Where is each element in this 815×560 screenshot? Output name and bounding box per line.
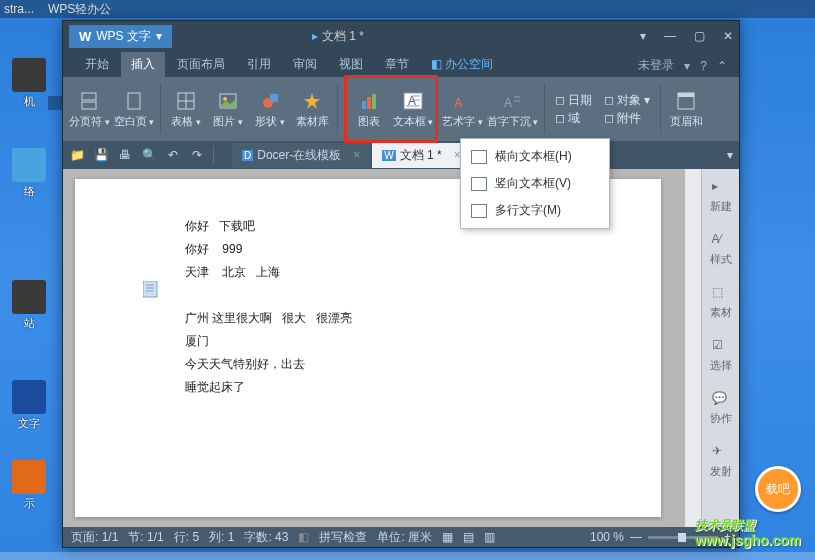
ribbon-tab[interactable]: 视图: [329, 52, 373, 77]
tab-list-icon[interactable]: ▾: [727, 148, 733, 162]
help-icon[interactable]: ?: [700, 59, 707, 73]
desktop-icon-label: 示: [10, 496, 48, 511]
status-line: 行: 5: [174, 529, 199, 546]
qat-redo[interactable]: ↷: [189, 147, 205, 163]
right-tool-new[interactable]: ▸新建: [702, 175, 739, 218]
ribbon-tab[interactable]: 审阅: [283, 52, 327, 77]
qat-save[interactable]: 💾: [93, 147, 109, 163]
ribbon-shape[interactable]: 形状: [251, 78, 289, 140]
right-tool-collab[interactable]: 💬协作: [702, 387, 739, 430]
dropdown-item[interactable]: 横向文本框(H): [461, 143, 609, 170]
text-line[interactable]: 天津 北京 上海: [185, 261, 551, 284]
ribbon-picture[interactable]: 图片: [209, 78, 247, 140]
zoom-value[interactable]: 100 %: [590, 530, 624, 544]
desktop-app-icon: [12, 148, 46, 182]
qat-folder[interactable]: 📁: [69, 147, 85, 163]
document-tab[interactable]: DDocer-在线模板×: [232, 143, 370, 168]
ribbon-tab[interactable]: 开始: [75, 52, 119, 77]
right-tool-launch[interactable]: ✈发射: [702, 440, 739, 483]
host-app-name: stra...: [4, 2, 34, 16]
right-tool-label: 选择: [710, 358, 732, 373]
cloud-icon: ◧: [431, 57, 445, 71]
ribbon-label: 分页符: [69, 114, 110, 129]
status-unit[interactable]: 单位: 厘米: [377, 529, 432, 546]
desktop-app-icon: [12, 460, 46, 494]
ribbon-wordart[interactable]: A艺术字: [442, 78, 483, 140]
date-icon: ◻: [555, 93, 565, 107]
desktop-icon[interactable]: 文字: [10, 380, 48, 431]
svg-rect-0: [82, 93, 96, 100]
login-dropdown-icon[interactable]: ▾: [684, 59, 690, 73]
ribbon-label: 空白页: [114, 114, 155, 129]
view-mode-icon[interactable]: ▥: [484, 530, 495, 544]
ribbon-page-break[interactable]: 分页符: [69, 78, 110, 140]
right-tool-material[interactable]: ⬚素材: [702, 281, 739, 324]
doc-type-icon: W: [382, 150, 395, 161]
ribbon-attach[interactable]: ◻附件: [604, 110, 650, 127]
view-mode-icon[interactable]: ▤: [463, 530, 474, 544]
textbox-icon: A: [402, 90, 424, 112]
ribbon-label: 首字下沉: [487, 114, 539, 129]
taskbar[interactable]: [0, 552, 815, 560]
ribbon-object[interactable]: ◻对象 ▾: [604, 92, 650, 109]
ribbon-date[interactable]: ◻日期: [555, 92, 592, 109]
desktop-icon[interactable]: 示: [10, 460, 48, 511]
ribbon-label: 图表: [358, 114, 380, 129]
document-page[interactable]: 你好 下载吧你好 999天津 北京 上海 广州 这里很大啊 很大 很漂亮厦门今天…: [75, 179, 661, 517]
app-chip-label: WPS 文字: [96, 28, 151, 45]
ribbon-field[interactable]: ◻域: [555, 110, 592, 127]
separator: [544, 84, 545, 134]
ribbon-tab[interactable]: 章节: [375, 52, 419, 77]
text-line[interactable]: 今天天气特别好，出去: [185, 353, 551, 376]
desktop-icon[interactable]: 机: [10, 58, 48, 109]
tab-workspace[interactable]: ◧ 办公空间: [421, 52, 503, 77]
close-button[interactable]: ✕: [723, 29, 733, 43]
text-line[interactable]: 厦门: [185, 330, 551, 353]
ribbon-textbox[interactable]: A文本框: [391, 78, 435, 140]
doc-type-icon: D: [242, 150, 253, 161]
work-area: 你好 下载吧你好 999天津 北京 上海 广州 这里很大啊 很大 很漂亮厦门今天…: [63, 169, 739, 527]
page-break-icon: [78, 90, 100, 112]
view-mode-icon[interactable]: ▦: [442, 530, 453, 544]
ribbon-blank-page[interactable]: 空白页: [114, 78, 155, 140]
ribbon-header-footer[interactable]: 页眉和: [667, 78, 705, 140]
text-line[interactable]: 睡觉起床了: [185, 376, 551, 399]
desktop-icon[interactable]: 站: [10, 280, 48, 331]
status-spell[interactable]: 拼写检查: [319, 529, 367, 546]
dropdown-item[interactable]: 竖向文本框(V): [461, 170, 609, 197]
ribbon-chart[interactable]: 图表: [347, 78, 391, 140]
document-tab[interactable]: W文档 1 *×: [372, 143, 470, 168]
login-status[interactable]: 未登录: [638, 57, 674, 74]
minimize-button[interactable]: —: [664, 29, 676, 43]
qat-print[interactable]: 🖶: [117, 147, 133, 163]
text-line[interactable]: 广州 这里很大啊 很大 很漂亮: [185, 307, 551, 330]
qat-undo[interactable]: ↶: [165, 147, 181, 163]
status-page[interactable]: 页面: 1/1: [71, 529, 118, 546]
right-tool-style[interactable]: A⁄样式: [702, 228, 739, 271]
dropdown-icon[interactable]: ▾: [640, 29, 646, 43]
wordart-icon: A: [451, 90, 473, 112]
ribbon-dropcap[interactable]: A首字下沉: [487, 78, 539, 140]
collapse-ribbon-icon[interactable]: ⌃: [717, 59, 727, 73]
ribbon-tab[interactable]: 页面布局: [167, 52, 235, 77]
status-section[interactable]: 节: 1/1: [128, 529, 163, 546]
close-tab-icon[interactable]: ×: [353, 148, 360, 162]
right-tool-label: 发射: [710, 464, 732, 479]
dropdown-item[interactable]: 多行文字(M): [461, 197, 609, 224]
wps-logo-icon: W: [79, 29, 91, 44]
desktop-icon[interactable]: 络: [10, 148, 48, 199]
qat-print-preview[interactable]: 🔍: [141, 147, 157, 163]
zoom-out-button[interactable]: —: [630, 530, 642, 544]
app-menu-chip[interactable]: W WPS 文字 ▾: [69, 25, 172, 48]
ribbon-material[interactable]: 素材库: [293, 78, 331, 140]
ribbon-tab[interactable]: 引用: [237, 52, 281, 77]
svg-rect-9: [270, 94, 278, 102]
text-line[interactable]: [185, 284, 551, 307]
vertical-scrollbar[interactable]: [685, 169, 701, 527]
right-tool-select[interactable]: ☑选择: [702, 334, 739, 377]
text-line[interactable]: 你好 999: [185, 238, 551, 261]
ribbon-table[interactable]: 表格: [167, 78, 205, 140]
status-chars[interactable]: 字数: 43: [244, 529, 288, 546]
maximize-button[interactable]: ▢: [694, 29, 705, 43]
ribbon-tab[interactable]: 插入: [121, 52, 165, 77]
